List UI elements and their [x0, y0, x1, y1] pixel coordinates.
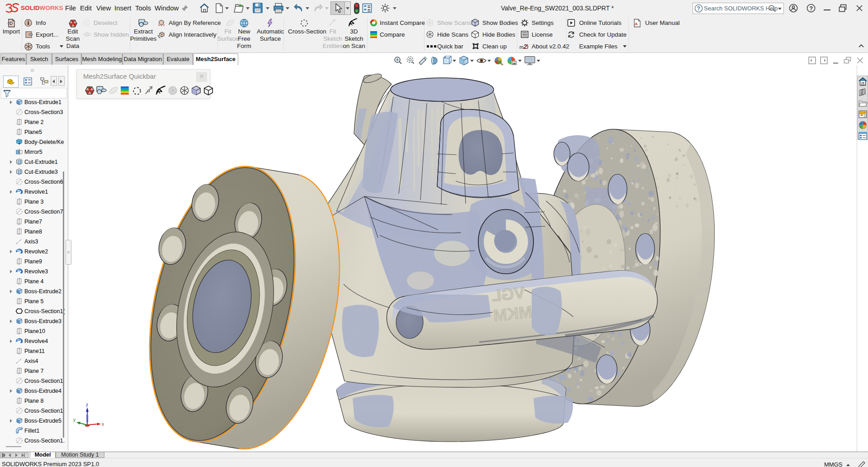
svg-text:SOLIDWORKS: SOLIDWORKS [21, 5, 63, 11]
svg-text:x: x [102, 422, 104, 427]
svg-text:VGL: VGL [491, 283, 526, 305]
svg-text:A: A [635, 22, 638, 26]
svg-text:y: y [73, 417, 75, 422]
svg-text:m: m [519, 44, 524, 50]
svg-text:z: z [86, 402, 88, 407]
svg-text:2: 2 [523, 43, 527, 50]
svg-text:?: ? [697, 5, 700, 12]
svg-text:?: ? [809, 5, 813, 12]
